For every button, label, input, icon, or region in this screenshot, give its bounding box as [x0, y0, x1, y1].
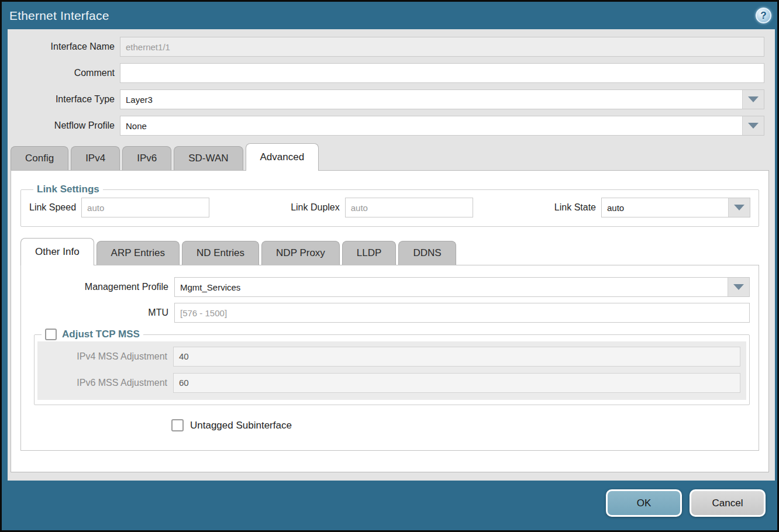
- mtu-field[interactable]: [174, 303, 750, 323]
- dialog-body: Interface Name Comment Interface Type La…: [8, 29, 775, 481]
- ipv4-mss-row: IPv4 MSS Adjustment 40: [37, 347, 740, 367]
- interface-name-row: Interface Name: [8, 37, 764, 57]
- chevron-down-icon: [733, 284, 744, 290]
- management-profile-row: Management Profile Mgmt_Services: [21, 277, 750, 297]
- link-state-label: Link State: [554, 202, 601, 213]
- advanced-tab-panel: Link Settings Link Speed Link Duplex Lin…: [11, 170, 769, 472]
- tab-ndp-proxy[interactable]: NDP Proxy: [261, 241, 340, 265]
- adjust-tcp-mss-checkbox[interactable]: [45, 329, 57, 340]
- ipv6-mss-field: 60: [173, 373, 740, 393]
- link-settings-group: Link Settings Link Speed Link Duplex Lin…: [20, 184, 759, 227]
- ipv4-mss-field: 40: [173, 347, 740, 367]
- netflow-profile-label: Netflow Profile: [8, 120, 120, 131]
- interface-type-dropdown[interactable]: Layer3: [120, 89, 764, 109]
- adjust-tcp-mss-legend-text: Adjust TCP MSS: [62, 329, 140, 340]
- management-profile-dropdown[interactable]: Mgmt_Services: [174, 277, 750, 297]
- dialog-titlebar: Ethernet Interface ?: [2, 2, 777, 29]
- untagged-subinterface-checkbox[interactable]: [171, 419, 184, 431]
- comment-label: Comment: [8, 68, 120, 78]
- tab-advanced[interactable]: Advanced: [246, 143, 319, 171]
- netflow-profile-value: None: [120, 116, 742, 135]
- chevron-down-icon: [748, 96, 759, 102]
- mtu-row: MTU: [21, 303, 750, 323]
- interface-type-label: Interface Type: [8, 94, 120, 105]
- link-speed-label: Link Speed: [29, 202, 81, 213]
- netflow-profile-dropdown[interactable]: None: [120, 116, 764, 136]
- tab-other-info[interactable]: Other Info: [20, 238, 94, 265]
- tab-ipv6[interactable]: IPv6: [122, 146, 171, 170]
- interface-type-row: Interface Type Layer3: [8, 89, 764, 109]
- untagged-subinterface-row: Untagged Subinterface: [21, 419, 759, 431]
- chevron-down-icon: [748, 123, 759, 129]
- management-profile-value: Mgmt_Services: [175, 278, 728, 296]
- chevron-down-icon: [734, 205, 744, 210]
- link-duplex-field[interactable]: [345, 198, 473, 217]
- link-duplex-group: Link Duplex: [291, 198, 473, 217]
- ethernet-interface-dialog: Ethernet Interface ? Interface Name Comm…: [0, 0, 779, 532]
- ipv4-mss-label: IPv4 MSS Adjustment: [37, 351, 173, 362]
- ok-button[interactable]: OK: [606, 489, 682, 517]
- main-tabstrip: Config IPv4 IPv6 SD-WAN Advanced: [8, 142, 775, 170]
- link-duplex-label: Link Duplex: [291, 202, 345, 213]
- link-state-group: Link State auto: [554, 198, 750, 217]
- netflow-profile-dropdown-button[interactable]: [742, 116, 764, 135]
- mss-disabled-area: IPv4 MSS Adjustment 40 IPv6 MSS Adjustme…: [37, 341, 746, 400]
- link-state-dropdown-button[interactable]: [728, 198, 750, 217]
- tab-arp-entries[interactable]: ARP Entries: [96, 241, 180, 265]
- other-info-panel: Management Profile Mgmt_Services MTU: [20, 265, 759, 451]
- tab-sdwan[interactable]: SD-WAN: [174, 146, 243, 170]
- help-icon[interactable]: ?: [756, 8, 771, 23]
- untagged-subinterface-label: Untagged Subinterface: [190, 420, 292, 431]
- dialog-title: Ethernet Interface: [9, 9, 109, 23]
- link-settings-legend: Link Settings: [33, 184, 103, 195]
- link-speed-group: Link Speed: [29, 198, 209, 217]
- tab-lldp[interactable]: LLDP: [342, 241, 397, 265]
- interface-name-field: [120, 37, 764, 57]
- link-speed-field[interactable]: [81, 198, 209, 217]
- link-state-dropdown[interactable]: auto: [601, 198, 750, 217]
- management-profile-dropdown-button[interactable]: [728, 278, 749, 296]
- interface-name-label: Interface Name: [8, 42, 120, 52]
- cancel-button[interactable]: Cancel: [690, 489, 766, 517]
- netflow-profile-row: Netflow Profile None: [8, 116, 764, 136]
- sub-tabstrip: Other Info ARP Entries ND Entries NDP Pr…: [20, 237, 759, 265]
- management-profile-label: Management Profile: [21, 282, 174, 292]
- adjust-tcp-mss-legend: Adjust TCP MSS: [42, 329, 143, 340]
- tab-config[interactable]: Config: [11, 146, 68, 170]
- interface-type-value: Layer3: [120, 90, 742, 109]
- link-state-value: auto: [602, 198, 728, 217]
- mtu-label: MTU: [21, 308, 174, 318]
- tab-ipv4[interactable]: IPv4: [71, 146, 120, 170]
- dialog-footer: OK Cancel: [2, 481, 777, 530]
- comment-field[interactable]: [120, 63, 764, 83]
- tab-ddns[interactable]: DDNS: [398, 241, 456, 265]
- comment-row: Comment: [8, 63, 764, 83]
- adjust-tcp-mss-group: Adjust TCP MSS IPv4 MSS Adjustment 40 IP…: [34, 329, 750, 405]
- tab-nd-entries[interactable]: ND Entries: [182, 241, 259, 265]
- ipv6-mss-label: IPv6 MSS Adjustment: [37, 378, 173, 388]
- ipv6-mss-row: IPv6 MSS Adjustment 60: [37, 373, 740, 393]
- interface-type-dropdown-button[interactable]: [742, 90, 764, 109]
